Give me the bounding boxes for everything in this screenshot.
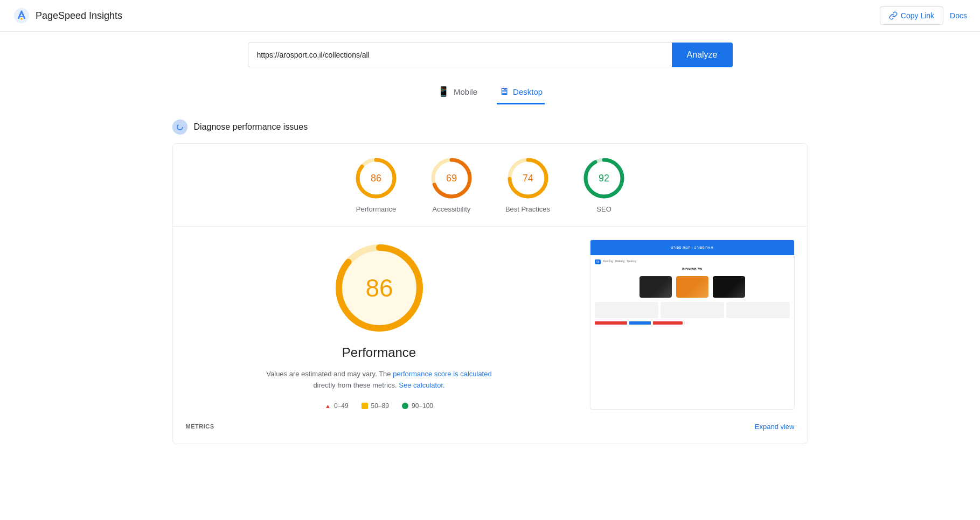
copy-link-button[interactable]: Copy Link: [880, 6, 943, 25]
screenshot-preview: אארוספורט - חנות ספורט All RunningWalkin…: [590, 240, 794, 369]
score-item-best-practices: 74 Best Practices: [505, 157, 550, 213]
shoe-1: [640, 276, 672, 298]
loading-icon: [176, 123, 184, 131]
svg-text:86: 86: [371, 173, 381, 184]
mobile-icon: 📱: [437, 86, 449, 97]
link-icon: [889, 11, 898, 20]
score-item-seo: 92 SEO: [582, 157, 625, 213]
browser-bar: אארוספורט - חנות ספורט: [590, 240, 794, 255]
shoe-3: [713, 276, 745, 298]
tabs-container: 📱 Mobile 🖥 Desktop: [172, 80, 808, 104]
score-label-best-practices: Best Practices: [505, 205, 550, 213]
score-label-performance: Performance: [356, 205, 396, 213]
legend-green: 90–100: [402, 402, 433, 410]
docs-link[interactable]: Docs: [950, 11, 967, 20]
diagnose-bar: Diagnose performance issues: [172, 120, 808, 135]
metrics-footer: METRICS Expand view: [186, 423, 795, 431]
diagnose-label: Diagnose performance issues: [194, 122, 308, 132]
shoe-2: [676, 276, 708, 298]
legend-row: ▲ 0–49 50–89 90–100: [325, 402, 433, 410]
score-circle-best-practices: 74: [506, 157, 550, 200]
score-circle-performance: 86: [355, 157, 398, 200]
svg-point-1: [20, 18, 23, 20]
large-score-circle: 86: [331, 240, 428, 336]
divider: [173, 226, 808, 227]
expand-view-button[interactable]: Expand view: [755, 423, 795, 431]
screenshot-panel: אארוספורט - חנות ספורט All RunningWalkin…: [590, 240, 795, 410]
score-item-accessibility: 69 Accessibility: [430, 157, 473, 213]
metrics-label: METRICS: [186, 423, 214, 430]
header-left: PageSpeed Insights: [13, 7, 122, 24]
app-title: PageSpeed Insights: [36, 10, 122, 22]
pagespeed-logo: [13, 7, 30, 24]
tab-mobile-label: Mobile: [454, 87, 477, 96]
scores-row: 86 Performance 69 Accessibility 74: [186, 157, 795, 213]
browser-content: All RunningWalkingTraining כל המוצרים: [590, 255, 794, 329]
perf-description: Values are estimated and may vary. The p…: [261, 369, 498, 391]
score-item-performance: 86 Performance: [355, 157, 398, 213]
perf-score-link[interactable]: performance score is calculated: [393, 370, 492, 378]
legend-red-range: 0–49: [334, 402, 349, 410]
legend-orange-range: 50–89: [371, 402, 389, 410]
header-right: Copy Link Docs: [880, 6, 967, 25]
legend-green-range: 90–100: [412, 402, 433, 410]
score-label-accessibility: Accessibility: [433, 205, 471, 213]
header: PageSpeed Insights Copy Link Docs: [0, 0, 980, 32]
tab-desktop[interactable]: 🖥 Desktop: [497, 80, 545, 104]
tab-mobile[interactable]: 📱 Mobile: [435, 80, 479, 104]
url-input[interactable]: [248, 43, 672, 67]
svg-text:74: 74: [522, 173, 533, 184]
browser-frame: אארוספורט - חנות ספורט All RunningWalkin…: [590, 240, 794, 369]
svg-text:69: 69: [446, 173, 457, 184]
desktop-icon: 🖥: [499, 86, 509, 97]
svg-text:86: 86: [365, 274, 393, 302]
bottom-section: 86 Performance Values are estimated and …: [186, 240, 795, 410]
legend-red: ▲ 0–49: [325, 402, 349, 410]
svg-text:92: 92: [599, 173, 609, 184]
tab-desktop-label: Desktop: [513, 87, 543, 96]
analyze-button[interactable]: Analyze: [672, 43, 733, 67]
score-circle-seo: 92: [582, 157, 625, 200]
calculator-link[interactable]: See calculator.: [399, 381, 444, 389]
main-content: Analyze 📱 Mobile 🖥 Desktop Diagnose perf…: [151, 32, 830, 455]
url-bar-container: Analyze: [248, 43, 733, 67]
svg-point-0: [14, 8, 29, 23]
copy-link-label: Copy Link: [901, 11, 934, 20]
shoes-display: [595, 276, 790, 298]
left-panel: 86 Performance Values are estimated and …: [186, 240, 573, 410]
score-panel: 86 Performance 69 Accessibility 74: [172, 143, 808, 444]
score-label-seo: SEO: [596, 205, 611, 213]
legend-orange: 50–89: [362, 402, 389, 410]
perf-title: Performance: [342, 345, 416, 360]
diagnose-icon: [172, 120, 187, 135]
score-circle-accessibility: 69: [430, 157, 473, 200]
svg-point-2: [177, 124, 183, 130]
